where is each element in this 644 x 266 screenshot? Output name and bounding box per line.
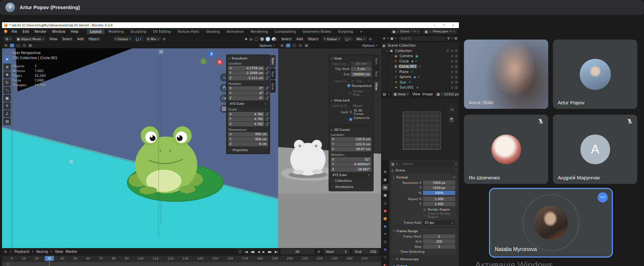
mode-selector[interactable]: ▣Object Mode∨	[15, 36, 46, 42]
clip-end-field[interactable]: 100000 cm	[351, 72, 372, 77]
data-tab-icon[interactable]: ▽	[382, 254, 388, 261]
menu-render[interactable]: Render	[32, 29, 49, 34]
modifiers-tab-icon[interactable]: ◆	[382, 223, 388, 229]
render-region-checkbox[interactable]	[423, 208, 426, 211]
workspace-tab-texture-paint[interactable]: Texture Paint	[174, 29, 202, 34]
outliner-row[interactable]: ›▽Circle◆▽⊙⊡	[382, 59, 458, 64]
rotation-x-field[interactable]: X0°	[228, 86, 264, 91]
frame-ruler[interactable]: 0102030405060708090100110120130140150160…	[2, 256, 381, 261]
lock-icon[interactable]	[266, 98, 268, 100]
play-button[interactable]: ▶	[263, 250, 265, 253]
cursor-rx-field[interactable]: X52°	[331, 157, 372, 162]
world-tab-icon[interactable]: ●	[382, 208, 388, 214]
disable-render-toggle[interactable]: ⊡	[455, 65, 458, 68]
cursor-x-field[interactable]: X-125.9 cm	[331, 137, 372, 142]
camera-to-view-checkbox[interactable]	[349, 118, 352, 121]
timeline-scrub-strip[interactable]	[2, 261, 381, 266]
rotate-tool[interactable]: ↻	[3, 79, 11, 86]
display-mode-icon[interactable]: ≡	[383, 37, 385, 40]
aspect-x-field[interactable]: 1.000	[423, 197, 455, 201]
passepartout-checkbox[interactable]	[347, 84, 350, 87]
disable-render-toggle[interactable]: ⊡	[455, 54, 458, 58]
proportional-falloff[interactable]: ⊘Mix∨	[145, 36, 161, 42]
viewlayer-tab-icon[interactable]: ▣	[382, 192, 388, 198]
rotation-y-field[interactable]: Y0°	[228, 91, 264, 96]
menu-object[interactable]: Object	[87, 37, 101, 41]
copy-icon[interactable]: ⧉	[414, 30, 416, 33]
time-stretching-collapsed[interactable]: Time Stretching	[400, 250, 424, 253]
proportional-edit-icon[interactable]: ⊙	[369, 37, 372, 41]
close-button[interactable]: ×	[449, 24, 457, 27]
workspace-tab-compositing[interactable]: Compositing	[272, 29, 299, 34]
tab-tool[interactable]: Tool	[374, 68, 379, 79]
menu-marker[interactable]: Marker	[66, 250, 77, 253]
hide-eye-toggle[interactable]: ⊙	[451, 59, 453, 63]
disable-render-toggle[interactable]: ⊡	[455, 70, 458, 73]
workspace-tab-rendering[interactable]: Rendering	[247, 29, 271, 34]
rotation-z-field[interactable]: Z0°	[228, 96, 264, 101]
properties-collapsed-panel[interactable]: ›Properties	[228, 147, 268, 152]
navigation-gizmo[interactable]: Z X	[199, 50, 225, 72]
select-tweak-button[interactable]: ➤	[3, 43, 8, 48]
blender-menu-icon[interactable]	[4, 30, 7, 33]
stereoscopy-collapsed-panel[interactable]: ›Stereoscopy	[391, 256, 457, 262]
workspace-tab-uv-editing[interactable]: UV Editing	[150, 29, 174, 34]
transform-orientation[interactable]: ⌖Global∨	[322, 36, 342, 42]
options-button[interactable]: Options∨	[257, 43, 277, 48]
transform-tool[interactable]: ▦	[3, 95, 11, 102]
prev-keyframe-button[interactable]: ◀◆	[250, 250, 254, 253]
frame-step-field[interactable]: 1	[423, 244, 455, 249]
output-panel-header[interactable]: ∨Output	[391, 263, 457, 266]
minimize-button[interactable]: –	[431, 24, 439, 27]
outliner-item-label[interactable]: Camera	[399, 54, 414, 58]
chevron-down-icon[interactable]: ∨	[455, 163, 457, 166]
menu-add[interactable]: Add	[295, 37, 304, 41]
resolution-x-field[interactable]: 1920 px	[423, 180, 455, 185]
outliner-row[interactable]: ›☀Sun.001☀⊙⊡	[382, 85, 458, 90]
outliner-row[interactable]: ›▽Plane▽⊙⊡	[382, 69, 458, 75]
menu-window[interactable]: Window	[50, 29, 68, 34]
format-panel-header[interactable]: ∨Format≔	[393, 175, 455, 180]
resolution-percent-slider[interactable]: 100%	[423, 191, 455, 195]
shading-rendered-icon[interactable]	[272, 37, 276, 41]
outliner-row[interactable]: ›◉Camera▣⊙⊡	[382, 53, 458, 59]
dimension-x-field[interactable]: X956 cm	[228, 132, 268, 137]
participant-tile-anna[interactable]: Anna Shilo	[464, 40, 548, 109]
editor-type-icon[interactable]: ▥	[391, 162, 394, 166]
select-box-button[interactable]: ⬚	[9, 43, 15, 48]
lock-icon[interactable]	[266, 78, 268, 80]
show-gizmo-icon[interactable]: ✥	[245, 37, 247, 41]
menu-select[interactable]: Select	[280, 37, 293, 41]
workspace-tab-geometry-nodes[interactable]: Geometry Nodes	[299, 29, 334, 34]
menu-file[interactable]: File	[9, 29, 20, 34]
outliner-item-label[interactable]: Circle	[398, 59, 410, 63]
hide-eye-toggle[interactable]: ⊙	[451, 49, 453, 52]
select-tool[interactable]: ➤	[3, 56, 11, 63]
workspace-tab-modeling[interactable]: Modeling	[105, 29, 127, 34]
menu-view[interactable]: View	[412, 92, 420, 96]
outliner-row[interactable]: ›▽Circle.001▽⊙⊡	[382, 64, 458, 69]
image-selector[interactable]: ▦∨12312.png	[435, 92, 459, 97]
viewport-canvas[interactable]: User Perspective (26) Collection | Circl…	[2, 48, 278, 248]
disable-render-toggle[interactable]: ⊡	[455, 75, 458, 79]
scale-x-field[interactable]: X4.782	[228, 112, 264, 117]
axis-x-handle[interactable]: X	[217, 59, 223, 65]
location-x-field[interactable]: X-4.2759 cm	[228, 66, 264, 71]
scene-selector[interactable]: ▣∨Scene⌖⧉×	[391, 29, 421, 34]
lock-icon[interactable]	[266, 88, 268, 90]
tab-view[interactable]: View	[270, 80, 275, 93]
stereoscopy-checkbox[interactable]	[396, 258, 399, 261]
cursor-z-field[interactable]: Z28.07 cm	[331, 147, 372, 152]
cursor-panel-header[interactable]: ∨3D Cursor	[331, 126, 372, 131]
zoom-icon[interactable]	[447, 105, 456, 113]
snap-toggle[interactable]: ⋃∨	[134, 36, 143, 42]
proportional-falloff[interactable]: Mix∨	[355, 36, 367, 42]
disable-render-toggle[interactable]: ⊡	[455, 86, 458, 89]
workspace-tab-layout[interactable]: Layout	[87, 29, 105, 34]
preset-list-icon[interactable]: ≔	[452, 176, 455, 179]
scene-tab-icon[interactable]: △	[382, 200, 388, 206]
current-frame-field[interactable]: 26	[281, 249, 314, 254]
scrub-handle[interactable]	[7, 263, 9, 265]
dimension-z-field[interactable]: Z0 cm	[228, 142, 268, 147]
maximize-button[interactable]: □	[440, 24, 448, 27]
